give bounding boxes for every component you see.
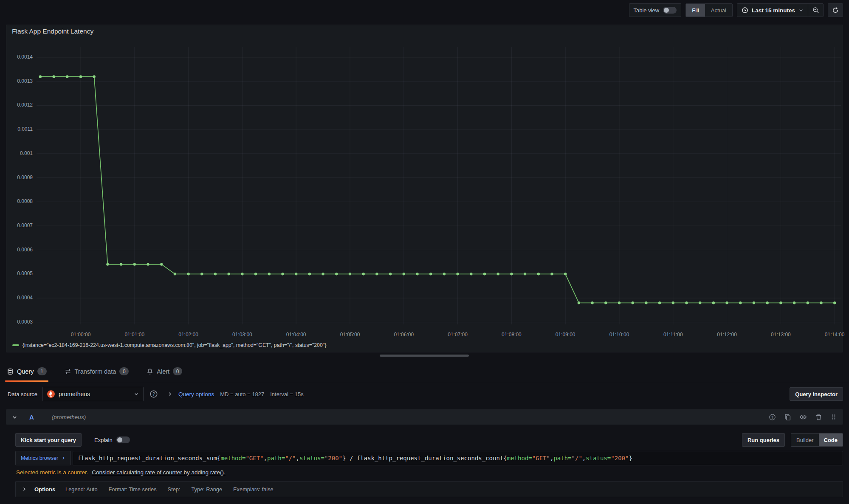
legend-item[interactable]: {instance="ec2-184-169-216-224.us-west-1… xyxy=(12,342,326,348)
x-axis-tick: 01:09:00 xyxy=(546,332,584,338)
query-toolbar-row: Kick start your query Explain Run querie… xyxy=(6,433,843,447)
y-axis-tick: 0.0011 xyxy=(6,126,33,132)
data-point xyxy=(228,273,230,275)
data-point xyxy=(672,301,674,304)
angle-right-icon xyxy=(61,456,65,460)
max-data-points: MD = auto = 1827 xyxy=(220,391,264,397)
toggle-knob xyxy=(117,437,122,442)
zoom-out-button[interactable] xyxy=(808,4,823,17)
fill-button[interactable]: Fill xyxy=(686,4,705,17)
x-axis-tick: 01:06:00 xyxy=(385,332,423,338)
data-point xyxy=(833,301,836,304)
data-point xyxy=(591,301,593,304)
data-point xyxy=(725,301,728,304)
query-editor: A (prometheus) ? Ki xyxy=(6,409,843,497)
y-axis-tick: 0.0013 xyxy=(6,78,33,84)
eye-icon[interactable] xyxy=(799,413,807,421)
svg-text:?: ? xyxy=(771,415,773,419)
query-ref-id[interactable]: A xyxy=(29,414,34,421)
data-point xyxy=(497,273,499,275)
add-rate-link[interactable]: Consider calculating rate of counter by … xyxy=(92,469,225,476)
datasource-picker[interactable]: prometheus xyxy=(42,387,144,401)
datasource-bar: Data source prometheus ? Query options M… xyxy=(6,386,843,403)
data-point xyxy=(766,301,769,304)
panel-title[interactable]: Flask App Endpoint Latency xyxy=(12,28,93,35)
actual-button[interactable]: Actual xyxy=(705,4,732,17)
builder-code-segmented: Builder Code xyxy=(791,433,843,447)
data-point xyxy=(753,301,755,304)
tab-query[interactable]: Query 1 xyxy=(7,361,47,382)
data-point xyxy=(241,273,243,275)
refresh-button[interactable] xyxy=(828,3,843,17)
x-axis-tick: 01:05:00 xyxy=(331,332,369,338)
x-axis-tick: 01:02:00 xyxy=(169,332,208,338)
data-point xyxy=(793,301,795,304)
data-point xyxy=(335,273,338,275)
promql-query-input[interactable]: flask_http_request_duration_seconds_sum{… xyxy=(73,451,843,465)
data-point xyxy=(106,263,109,265)
angle-right-icon[interactable] xyxy=(167,391,172,397)
option-item: Exemplars: false xyxy=(233,486,274,493)
x-axis-tick: 01:12:00 xyxy=(708,332,746,338)
time-picker-group: Last 15 minutes xyxy=(737,3,824,17)
table-view-toggle[interactable] xyxy=(663,7,677,14)
y-axis-tick: 0.0012 xyxy=(6,102,33,108)
duplicate-icon[interactable] xyxy=(784,414,791,421)
tab-query-count: 1 xyxy=(37,367,47,375)
time-range-picker[interactable]: Last 15 minutes xyxy=(737,4,808,17)
data-point xyxy=(39,75,42,78)
option-item: Type: Range xyxy=(192,486,223,493)
data-point xyxy=(268,273,271,275)
data-point xyxy=(389,273,392,275)
chevron-down-icon xyxy=(798,8,804,13)
query-inspector-button[interactable]: Query inspector xyxy=(790,387,843,401)
x-axis-tick: 01:00:00 xyxy=(62,332,100,338)
run-queries-button[interactable]: Run queries xyxy=(742,433,785,447)
option-item: Step: xyxy=(168,486,181,493)
datasource-label: Data source xyxy=(8,391,37,397)
query-options-group: Query options MD = auto = 1827 Interval … xyxy=(167,391,304,397)
x-axis-tick: 01:03:00 xyxy=(223,332,261,338)
data-point xyxy=(456,273,459,275)
data-point xyxy=(362,273,365,275)
kick-start-query-button[interactable]: Kick start your query xyxy=(15,433,82,447)
tab-alert[interactable]: Alert 0 xyxy=(147,361,182,382)
trash-icon[interactable] xyxy=(815,414,822,421)
data-point xyxy=(79,75,82,78)
collapse-chevron-icon[interactable] xyxy=(12,414,17,420)
query-field-row: Metrics browser flask_http_request_durat… xyxy=(6,451,843,465)
panel-resize-handle[interactable] xyxy=(380,355,469,357)
panel-editor-toolbar: Table view Fill Actual Last 15 minutes xyxy=(0,0,849,20)
data-point xyxy=(120,263,122,265)
data-point xyxy=(820,301,822,304)
angle-right-icon[interactable] xyxy=(22,487,27,492)
data-point xyxy=(483,273,486,275)
chevron-down-icon xyxy=(134,391,139,397)
tab-transform-data[interactable]: Transform data 0 xyxy=(65,361,129,382)
x-axis-tick: 01:11:00 xyxy=(654,332,692,338)
clock-icon xyxy=(742,7,748,14)
x-axis-tick: 01:10:00 xyxy=(600,332,638,338)
drag-handle-icon[interactable] xyxy=(830,414,837,420)
x-axis-tick: 01:13:00 xyxy=(762,332,800,338)
legend-label: {instance="ec2-184-169-216-224.us-west-1… xyxy=(23,342,326,348)
option-item: Legend: Auto xyxy=(65,486,97,493)
query-row-actions: ? xyxy=(769,413,837,421)
metrics-browser-button[interactable]: Metrics browser xyxy=(15,451,71,465)
datasource-help-button[interactable]: ? xyxy=(149,390,159,398)
table-view-control: Table view xyxy=(629,3,682,17)
query-row-header[interactable]: A (prometheus) ? xyxy=(6,409,843,425)
data-point xyxy=(295,273,297,275)
explain-toggle[interactable] xyxy=(116,436,130,443)
data-point xyxy=(174,273,176,275)
option-item: Format: Time series xyxy=(109,486,157,493)
help-circle-icon[interactable]: ? xyxy=(769,414,776,421)
query-options-row[interactable]: Options Legend: AutoFormat: Time seriesS… xyxy=(15,481,843,497)
data-point xyxy=(632,301,634,304)
table-view-label: Table view xyxy=(634,7,660,14)
code-button[interactable]: Code xyxy=(819,434,843,446)
latency-chart[interactable] xyxy=(37,41,841,329)
query-options-link[interactable]: Query options xyxy=(178,391,214,397)
bell-icon xyxy=(147,368,153,375)
builder-button[interactable]: Builder xyxy=(791,434,818,446)
